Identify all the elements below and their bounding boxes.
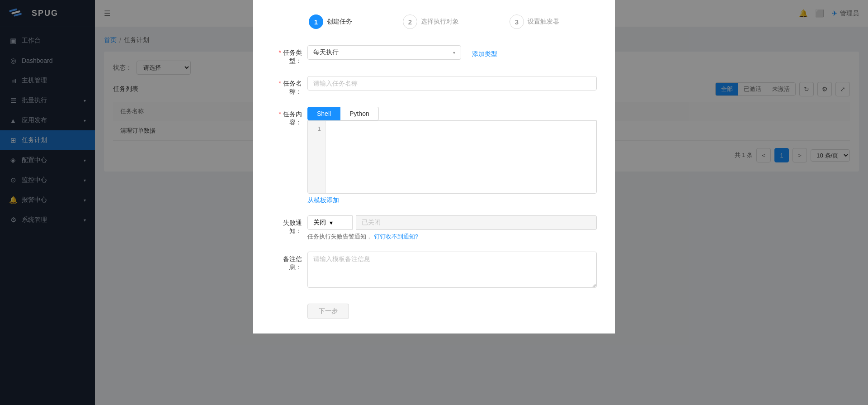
step-1-circle: 1 (309, 14, 323, 29)
step-1-label: 创建任务 (327, 18, 352, 26)
step-2: 2 选择执行对象 (403, 14, 459, 29)
remark-control (307, 252, 597, 289)
task-content-label: 任务内容： (271, 107, 307, 127)
code-editor: 1 (308, 121, 596, 193)
step-2-circle: 2 (403, 14, 417, 29)
code-editor-wrapper: 1 (307, 120, 597, 194)
next-step-button[interactable]: 下一步 (307, 304, 349, 319)
modal-overlay: 1 创建任务 2 选择执行对象 3 设置触发器 任务类型： 每天执行 (0, 0, 868, 405)
task-type-control: 每天执行 ▾ 添加类型 (307, 45, 597, 60)
notify-hint: 任务执行失败告警通知， 钉钉收不到通知? (307, 233, 597, 241)
step-3-label: 设置触发器 (528, 18, 559, 26)
task-name-input[interactable] (307, 76, 597, 91)
add-type-link[interactable]: 添加类型 (472, 47, 497, 58)
notify-hint-text: 任务执行失败告警通知， (307, 233, 372, 240)
steps: 1 创建任务 2 选择执行对象 3 设置触发器 (271, 14, 597, 29)
task-name-control (307, 76, 597, 91)
form-footer: 下一步 (271, 300, 597, 319)
notify-type-select[interactable]: 关闭 ▾ (307, 215, 353, 230)
notify-select-value: 关闭 (313, 219, 326, 227)
failure-notify-label: 失败通知： (271, 215, 307, 235)
notify-select-arrow-icon: ▾ (330, 219, 333, 226)
remark-label: 备注信息： (271, 252, 307, 272)
notify-row: 关闭 ▾ 已关闭 (307, 215, 597, 230)
code-textarea[interactable] (326, 121, 596, 193)
step-line-2 (466, 22, 502, 22)
tab-shell[interactable]: Shell (307, 107, 340, 120)
tab-python[interactable]: Python (340, 107, 379, 120)
notify-dingtalk-link[interactable]: 钉钉收不到通知? (374, 233, 418, 240)
form-row-failure-notify: 失败通知： 关闭 ▾ 已关闭 任务执行失败告警通知， 钉钉收不到通知? (271, 215, 597, 241)
form-row-remark: 备注信息： (271, 252, 597, 289)
step-line-1 (359, 22, 396, 22)
remark-textarea[interactable] (307, 252, 597, 288)
task-name-label: 任务名称： (271, 76, 307, 96)
task-type-select[interactable]: 每天执行 ▾ (307, 45, 461, 60)
step-3: 3 设置触发器 (509, 14, 559, 29)
content-tab-btns: Shell Python (307, 107, 597, 120)
task-type-value: 每天执行 (313, 48, 339, 57)
line-1: 1 (312, 124, 321, 134)
task-content-control: Shell Python 1 从模板添加 (307, 107, 597, 205)
step-1: 1 创建任务 (309, 14, 352, 29)
line-numbers: 1 (308, 121, 326, 193)
task-type-label: 任务类型： (271, 45, 307, 65)
form-row-task-name: 任务名称： (271, 76, 597, 96)
create-task-modal: 1 创建任务 2 选择执行对象 3 设置触发器 任务类型： 每天执行 (253, 0, 615, 334)
notify-disabled-input: 已关闭 (356, 215, 597, 230)
form-row-task-type: 任务类型： 每天执行 ▾ 添加类型 (271, 45, 597, 65)
template-link[interactable]: 从模板添加 (307, 196, 339, 205)
step-2-label: 选择执行对象 (421, 18, 459, 26)
failure-notify-control: 关闭 ▾ 已关闭 任务执行失败告警通知， 钉钉收不到通知? (307, 215, 597, 241)
form-row-task-content: 任务内容： Shell Python 1 从模板添加 (271, 107, 597, 205)
step-3-circle: 3 (509, 14, 524, 29)
task-type-arrow-icon: ▾ (453, 50, 455, 55)
